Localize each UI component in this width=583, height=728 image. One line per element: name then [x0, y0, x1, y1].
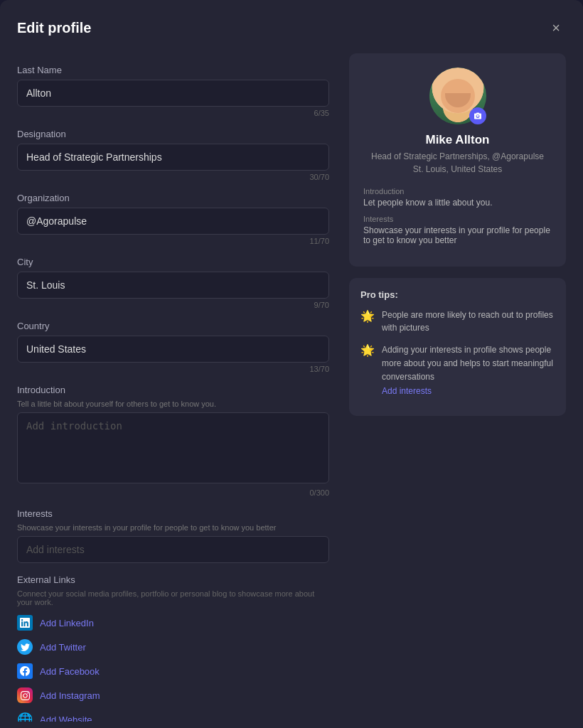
interests-group: Interests Showcase your interests in you…	[17, 508, 329, 563]
tip-content-2: Adding your interests in profile shows p…	[382, 343, 555, 396]
interests-input[interactable]	[17, 536, 329, 563]
linkedin-icon	[17, 615, 33, 631]
introduction-count: 0/300	[17, 488, 329, 497]
profile-introduction-label: Introduction	[363, 187, 552, 196]
city-label: City	[17, 257, 329, 267]
instagram-label: Add Instagram	[40, 690, 100, 701]
facebook-icon	[17, 663, 33, 679]
website-link[interactable]: 🌐 Add Website	[17, 712, 329, 722]
left-panel: Last Name 6/35 Designation 30/70 Organiz…	[17, 53, 335, 722]
city-input[interactable]	[17, 272, 329, 299]
close-button[interactable]: ×	[546, 17, 566, 39]
profile-interests-label: Interests	[363, 215, 552, 223]
facebook-link[interactable]: Add Facebook	[17, 663, 329, 679]
tip-text-1: People are more likely to reach out to p…	[382, 309, 555, 334]
designation-input[interactable]	[17, 144, 329, 171]
last-name-label: Last Name	[17, 65, 329, 75]
introduction-textarea[interactable]	[17, 412, 329, 483]
country-input[interactable]	[17, 336, 329, 363]
introduction-label: Introduction	[17, 385, 329, 395]
website-label: Add Website	[40, 714, 92, 722]
avatar-wrapper	[429, 68, 486, 124]
city-count: 9/70	[17, 301, 329, 309]
profile-designation: Head of Strategic Partnerships, @Agorapu…	[363, 150, 552, 163]
organization-input[interactable]	[17, 208, 329, 235]
right-panel: Mike Allton Head of Strategic Partnershi…	[349, 53, 566, 722]
profile-fields: Introduction Let people know a little ab…	[363, 187, 552, 245]
country-count: 13/70	[17, 365, 329, 373]
tip-star-icon-1: 🌟	[360, 309, 375, 323]
tip-item-1: 🌟 People are more likely to reach out to…	[360, 309, 555, 334]
add-interests-link[interactable]: Add interests	[382, 386, 555, 396]
instagram-icon	[17, 687, 33, 703]
facebook-label: Add Facebook	[40, 666, 100, 677]
external-links-label: External Links	[17, 574, 329, 585]
edit-profile-modal: Edit profile × Last Name 6/35 Designatio…	[0, 0, 583, 728]
profile-introduction-value: Let people know a little about you.	[363, 198, 552, 208]
pro-tips-card: Pro tips: 🌟 People are more likely to re…	[349, 278, 566, 416]
country-group: Country 13/70	[17, 321, 329, 373]
interests-sublabel: Showcase your interests in your profile …	[17, 523, 329, 532]
tip-text-2: Adding your interests in profile shows p…	[382, 345, 553, 382]
organization-count: 11/70	[17, 237, 329, 245]
linkedin-link[interactable]: Add LinkedIn	[17, 615, 329, 631]
city-group: City 9/70	[17, 257, 329, 309]
last-name-count: 6/35	[17, 109, 329, 117]
introduction-group: Introduction Tell a little bit about you…	[17, 385, 329, 497]
instagram-link[interactable]: Add Instagram	[17, 687, 329, 703]
twitter-link[interactable]: Add Twitter	[17, 639, 329, 655]
website-icon: 🌐	[17, 712, 33, 722]
country-label: Country	[17, 321, 329, 331]
organization-group: Organization 11/70	[17, 193, 329, 245]
last-name-group: Last Name 6/35	[17, 65, 329, 117]
external-links-subtitle: Connect your social media profiles, port…	[17, 589, 329, 606]
profile-interests-value: Showcase your interests in your profile …	[363, 225, 552, 245]
designation-group: Designation 30/70	[17, 129, 329, 181]
interests-label: Interests	[17, 508, 329, 519]
tip-star-icon-2: 🌟	[360, 343, 375, 357]
designation-label: Designation	[17, 129, 329, 139]
profile-location: St. Louis, United States	[363, 163, 552, 176]
modal-header: Edit profile ×	[17, 17, 566, 39]
pro-tips-title: Pro tips:	[360, 289, 555, 300]
introduction-sublabel: Tell a little bit about yourself for oth…	[17, 400, 329, 408]
profile-card: Mike Allton Head of Strategic Partnershi…	[349, 53, 566, 267]
twitter-label: Add Twitter	[40, 642, 86, 653]
last-name-input[interactable]	[17, 80, 329, 107]
organization-label: Organization	[17, 193, 329, 203]
linkedin-label: Add LinkedIn	[40, 618, 94, 628]
modal-body: Last Name 6/35 Designation 30/70 Organiz…	[17, 53, 566, 722]
change-avatar-button[interactable]	[469, 107, 486, 124]
external-links-section: External Links Connect your social media…	[17, 574, 329, 722]
profile-name: Mike Allton	[363, 133, 552, 147]
designation-count: 30/70	[17, 173, 329, 181]
twitter-icon	[17, 639, 33, 655]
modal-title: Edit profile	[17, 20, 91, 36]
tip-item-2: 🌟 Adding your interests in profile shows…	[360, 343, 555, 396]
